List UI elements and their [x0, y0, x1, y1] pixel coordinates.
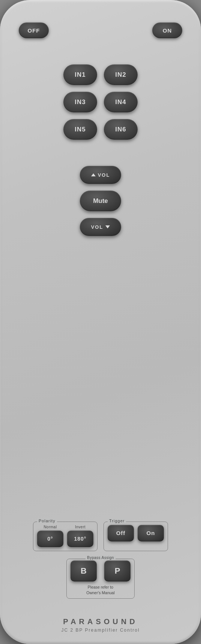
- trigger-on-button[interactable]: On: [138, 525, 164, 541]
- bypass-note: Please refer to Owner's Manual: [86, 584, 115, 596]
- volume-up-button[interactable]: VOL: [80, 166, 121, 184]
- polarity-invert-button[interactable]: 180°: [67, 531, 93, 547]
- polarity-normal-button[interactable]: 0°: [37, 531, 63, 547]
- volume-up-label: VOL: [98, 172, 110, 178]
- input-grid: IN1 IN2 IN3 IN4 IN5 IN6: [63, 64, 138, 140]
- polarity-invert-wrap: Invert 180°: [67, 525, 93, 547]
- volume-section: VOL Mute VOL: [80, 166, 121, 236]
- power-row: OFF ON: [0, 0, 201, 53]
- input-3-button[interactable]: IN3: [63, 92, 97, 112]
- bypass-section: Bypass Assign B P Please refer to Owner'…: [10, 557, 190, 599]
- polarity-normal-label: Normal: [44, 525, 57, 529]
- power-off-button[interactable]: OFF: [19, 22, 49, 38]
- mute-button[interactable]: Mute: [80, 191, 121, 211]
- bypass-label-box: Bypass Assign B P Please refer to Owner'…: [66, 559, 135, 599]
- trigger-off-wrap: Off: [108, 525, 134, 541]
- bypass-p-button[interactable]: P: [104, 561, 130, 581]
- input-5-button[interactable]: IN5: [63, 119, 97, 140]
- input-1-button[interactable]: IN1: [63, 64, 97, 85]
- bottom-panel: Polarity Normal 0° Invert 180° Trigger: [0, 522, 201, 599]
- control-groups: Polarity Normal 0° Invert 180° Trigger: [10, 522, 190, 551]
- brand-section: PARASOUND JC 2 BP Preamplifier Control: [61, 617, 140, 633]
- polarity-normal-wrap: Normal 0°: [37, 525, 63, 547]
- arrow-up-icon: [91, 173, 96, 176]
- bypass-group-label: Bypass Assign: [86, 556, 116, 560]
- brand-name: PARASOUND: [61, 617, 140, 626]
- trigger-off-button[interactable]: Off: [108, 525, 134, 541]
- polarity-inner: Normal 0° Invert 180°: [37, 525, 93, 547]
- polarity-invert-label: Invert: [75, 525, 86, 529]
- bypass-buttons-row: B P: [70, 561, 130, 581]
- volume-down-label: VOL: [91, 224, 104, 230]
- brand-model: JC 2 BP Preamplifier Control: [61, 628, 140, 633]
- input-6-button[interactable]: IN6: [104, 119, 138, 140]
- input-4-button[interactable]: IN4: [104, 92, 138, 112]
- trigger-on-wrap: On: [138, 525, 164, 541]
- input-2-button[interactable]: IN2: [104, 64, 138, 85]
- power-on-button[interactable]: ON: [152, 22, 182, 38]
- trigger-group: Trigger Off On: [104, 522, 168, 551]
- volume-down-button[interactable]: VOL: [80, 218, 121, 236]
- trigger-inner: Off On: [108, 525, 164, 541]
- polarity-group-label: Polarity: [37, 519, 57, 523]
- bypass-b-button[interactable]: B: [70, 561, 97, 581]
- remote-control: OFF ON IN1 IN2 IN3 IN4 IN5 IN6 VOL Mute …: [0, 0, 201, 644]
- arrow-down-icon: [105, 225, 110, 228]
- polarity-group: Polarity Normal 0° Invert 180°: [33, 522, 98, 551]
- trigger-group-label: Trigger: [108, 519, 126, 523]
